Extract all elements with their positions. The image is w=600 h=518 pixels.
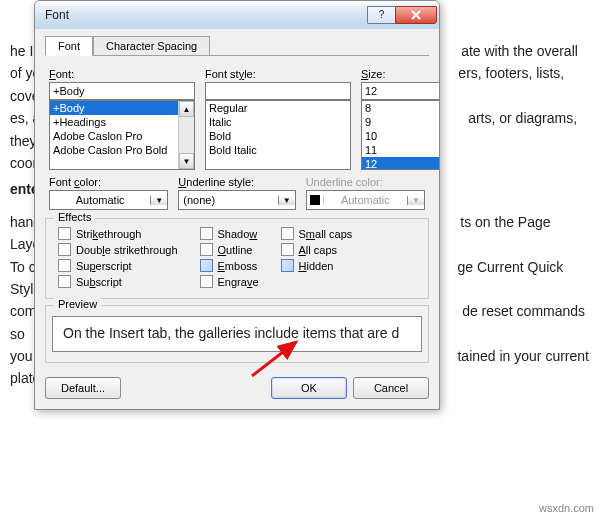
chk-emboss[interactable]: Emboss	[200, 259, 259, 272]
close-icon	[410, 10, 422, 20]
chk-double-strikethrough[interactable]: Double strikethrough	[58, 243, 178, 256]
label-underline-style: Underline style:	[178, 176, 295, 188]
chevron-down-icon: ▼	[150, 196, 167, 205]
watermark: wsxdn.com	[539, 502, 594, 514]
list-item[interactable]: 12	[362, 157, 440, 170]
font-color-dropdown[interactable]: Automatic ▼	[49, 190, 168, 210]
tab-font[interactable]: Font	[45, 36, 93, 56]
list-item[interactable]: Adobe Caslon Pro Bold	[50, 143, 178, 157]
underline-style-dropdown[interactable]: (none) ▼	[178, 190, 295, 210]
cancel-button[interactable]: Cancel	[353, 377, 429, 399]
font-style-input[interactable]	[205, 82, 351, 100]
help-button[interactable]: ?	[367, 6, 395, 24]
preview-text: On the Insert tab, the galleries include…	[52, 316, 422, 352]
color-swatch-icon	[310, 195, 320, 205]
chk-hidden[interactable]: Hidden	[281, 259, 353, 272]
label-underline-color: Underline color:	[306, 176, 425, 188]
chk-superscript[interactable]: Superscript	[58, 259, 178, 272]
close-button[interactable]	[395, 6, 437, 24]
font-input[interactable]	[49, 82, 195, 100]
tabstrip: Font Character Spacing	[45, 35, 429, 56]
effects-legend: Effects	[54, 211, 95, 223]
chk-subscript[interactable]: Subscript	[58, 275, 178, 288]
list-item[interactable]: 9	[362, 115, 440, 129]
titlebar[interactable]: Font ?	[35, 1, 439, 29]
list-item[interactable]: Bold Italic	[206, 143, 350, 157]
chk-outline[interactable]: Outline	[200, 243, 259, 256]
font-style-listbox[interactable]: Regular Italic Bold Bold Italic	[205, 100, 351, 170]
list-item[interactable]: 8	[362, 101, 440, 115]
list-item[interactable]: 11	[362, 143, 440, 157]
chk-shadow[interactable]: Shadow	[200, 227, 259, 240]
effects-group: Effects Strikethrough Double strikethrou…	[45, 218, 429, 299]
tab-character-spacing[interactable]: Character Spacing	[93, 36, 210, 56]
underline-color-dropdown: Automatic ▼	[306, 190, 425, 210]
list-item[interactable]: Bold	[206, 129, 350, 143]
scroll-up-icon[interactable]: ▲	[179, 101, 194, 117]
chk-strikethrough[interactable]: Strikethrough	[58, 227, 178, 240]
list-item[interactable]: Adobe Caslon Pro	[50, 129, 178, 143]
chevron-down-icon: ▼	[278, 196, 295, 205]
scroll-down-icon[interactable]: ▼	[179, 153, 194, 169]
dialog-title: Font	[45, 8, 367, 22]
label-size: Size:	[361, 68, 440, 80]
default-button[interactable]: Default...	[45, 377, 121, 399]
list-item[interactable]: +Body	[50, 101, 178, 115]
chk-all-caps[interactable]: All caps	[281, 243, 353, 256]
label-font: Font:	[49, 68, 195, 80]
list-item[interactable]: Regular	[206, 101, 350, 115]
font-dialog: Font ? Font Character Spacing Font: +Bod…	[34, 0, 440, 410]
size-listbox[interactable]: 8 9 10 11 12 ▲ ▼	[361, 100, 440, 170]
preview-legend: Preview	[54, 298, 101, 310]
chk-engrave[interactable]: Engrave	[200, 275, 259, 288]
list-item[interactable]: +Headings	[50, 115, 178, 129]
font-listbox[interactable]: +Body +Headings Adobe Caslon Pro Adobe C…	[49, 100, 195, 170]
size-input[interactable]	[361, 82, 440, 100]
chevron-down-icon: ▼	[407, 196, 424, 205]
list-item[interactable]: 10	[362, 129, 440, 143]
list-item[interactable]: Italic	[206, 115, 350, 129]
label-font-style: Font style:	[205, 68, 351, 80]
ok-button[interactable]: OK	[271, 377, 347, 399]
chk-small-caps[interactable]: Small caps	[281, 227, 353, 240]
scrollbar[interactable]: ▲ ▼	[178, 101, 194, 169]
label-font-color: Font color:	[49, 176, 168, 188]
preview-group: Preview On the Insert tab, the galleries…	[45, 305, 429, 363]
